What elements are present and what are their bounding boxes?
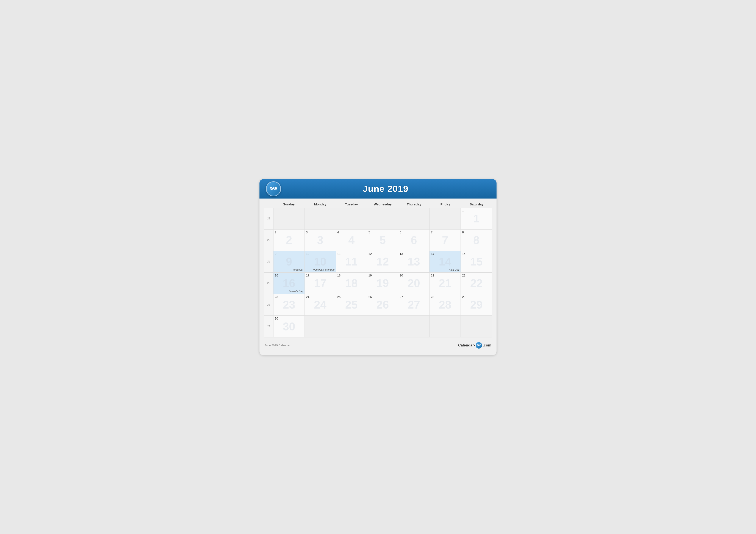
day-cell-11: 1111 [336,251,367,273]
cell-date-number: 30 [275,317,303,320]
day-cell-empty [429,208,461,230]
day-headers-row: SundayMondayTuesdayWednesdayThursdayFrid… [264,201,492,208]
cell-date-number: 20 [399,274,428,277]
cell-date-number: 6 [399,231,428,234]
day-cell-13: 1313 [398,251,429,273]
day-cell-16: 1616Father's Day [274,273,305,294]
week-number-27: 27 [264,316,274,337]
cell-date-number: 25 [337,295,366,299]
day-cell-4: 44 [336,230,367,251]
day-cell-14: 1414Flag Day [429,251,461,273]
day-cell-12: 1212 [367,251,398,273]
cell-event-label: Pentecost Monday [306,268,335,271]
day-header-thursday: Thursday [398,201,430,208]
day-cell-empty [398,316,429,337]
cell-watermark: 5 [380,234,386,246]
day-cell-empty [336,208,367,230]
day-cell-empty [367,316,398,337]
day-cell-27: 2727 [398,294,429,316]
day-cell-5: 55 [367,230,398,251]
week-number-23: 23 [264,230,274,251]
cell-date-number: 9 [275,252,303,256]
cell-watermark: 26 [376,298,389,311]
cell-watermark: 15 [470,255,483,268]
cell-watermark: 30 [283,320,295,333]
day-cell-17: 1717 [305,273,336,294]
day-cell-empty [305,208,336,230]
cell-event-label: Flag Day [431,268,459,271]
week-number-25: 25 [264,273,274,294]
day-cell-29: 2929 [461,294,492,316]
day-cell-22: 2222 [461,273,492,294]
day-cell-2: 22 [274,230,305,251]
day-cell-1: 11 [461,208,492,230]
day-cell-empty [336,316,367,337]
cell-date-number: 7 [431,231,459,234]
day-header-tuesday: Tuesday [336,201,367,208]
cell-watermark: 1 [473,212,479,225]
header-title: June 2019 [281,184,490,194]
cell-date-number: 22 [462,274,491,277]
cell-event-label: Pentecost [275,268,303,271]
day-cell-20: 2020 [398,273,429,294]
calendar-page: 365 June 2019 SundayMondayTuesdayWednesd… [259,179,497,355]
cell-watermark: 21 [439,277,451,290]
cell-date-number: 12 [368,252,397,256]
day-cell-24: 2424 [305,294,336,316]
calendar-header: 365 June 2019 [259,179,497,198]
footer-left-text: June 2019 Calendar [265,343,290,347]
cell-watermark: 23 [283,298,295,311]
cell-watermark: 28 [439,298,451,311]
day-cell-21: 2121 [429,273,461,294]
cell-watermark: 3 [317,234,323,246]
cell-watermark: 4 [348,234,355,246]
day-cell-15: 1515 [461,251,492,273]
day-cell-18: 1818 [336,273,367,294]
day-header-saturday: Saturday [461,201,492,208]
cell-date-number: 23 [275,295,303,299]
day-cell-25: 2525 [336,294,367,316]
day-cell-6: 66 [398,230,429,251]
cell-watermark: 10 [314,255,327,268]
cell-watermark: 13 [408,255,420,268]
cell-date-number: 3 [306,231,335,234]
cell-date-number: 24 [306,295,335,299]
day-cell-7: 77 [429,230,461,251]
cell-date-number: 28 [431,295,459,299]
cell-watermark: 16 [283,277,295,290]
cell-watermark: 19 [376,277,389,290]
day-header-monday: Monday [305,201,336,208]
cell-date-number: 10 [306,252,335,256]
day-cell-19: 1919 [367,273,398,294]
footer-brand-badge: 365 [475,342,482,349]
cell-event-label: Father's Day [275,290,303,293]
day-cell-3: 33 [305,230,336,251]
cell-date-number: 11 [337,252,366,256]
footer-right: Calendar- 365 .com [458,342,491,349]
day-cell-empty [367,208,398,230]
cell-date-number: 16 [275,274,303,277]
cell-watermark: 2 [286,234,292,246]
logo-text: 365 [270,186,278,191]
week-number-26: 26 [264,294,274,316]
cell-date-number: 14 [431,252,459,256]
cell-date-number: 15 [462,252,491,256]
cell-date-number: 5 [368,231,397,234]
cell-watermark: 17 [314,277,327,290]
cell-date-number: 18 [337,274,366,277]
cell-date-number: 19 [368,274,397,277]
day-cell-empty [398,208,429,230]
cell-watermark: 6 [411,234,417,246]
day-cell-empty [461,316,492,337]
day-cell-26: 2626 [367,294,398,316]
week-number-22: 22 [264,208,274,230]
cell-watermark: 11 [345,255,358,268]
day-cell-10: 1010Pentecost Monday [305,251,336,273]
week-col-spacer [264,201,273,208]
day-cell-23: 2323 [274,294,305,316]
cell-watermark: 14 [439,255,451,268]
cell-date-number: 29 [462,295,491,299]
day-cell-empty [429,316,461,337]
cell-watermark: 27 [408,298,420,311]
cell-watermark: 12 [376,255,389,268]
